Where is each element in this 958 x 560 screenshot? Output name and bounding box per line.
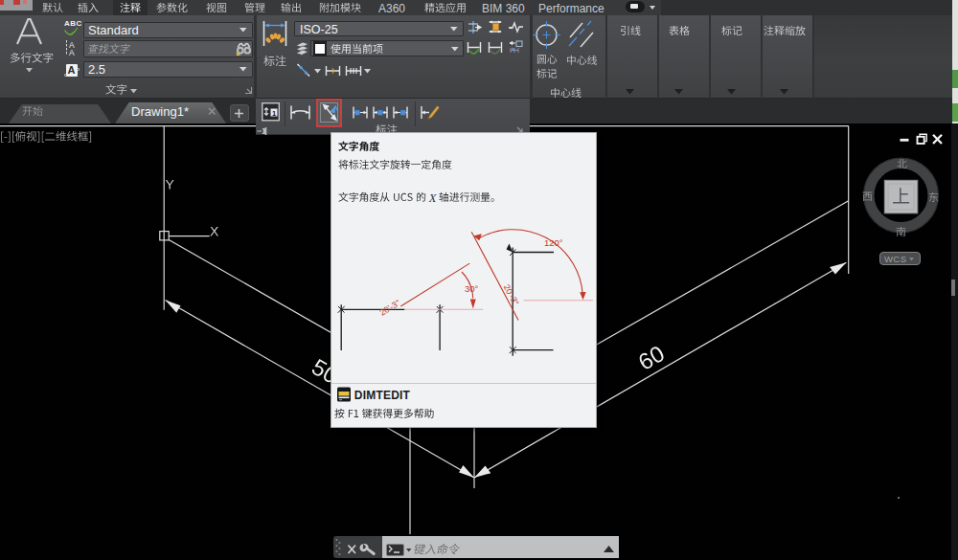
svg-text:120°: 120° xyxy=(544,237,563,248)
svg-text:30°: 30° xyxy=(465,283,479,294)
svg-text:20'-3": 20'-3" xyxy=(377,298,401,317)
svg-text:1: 1 xyxy=(272,108,276,117)
